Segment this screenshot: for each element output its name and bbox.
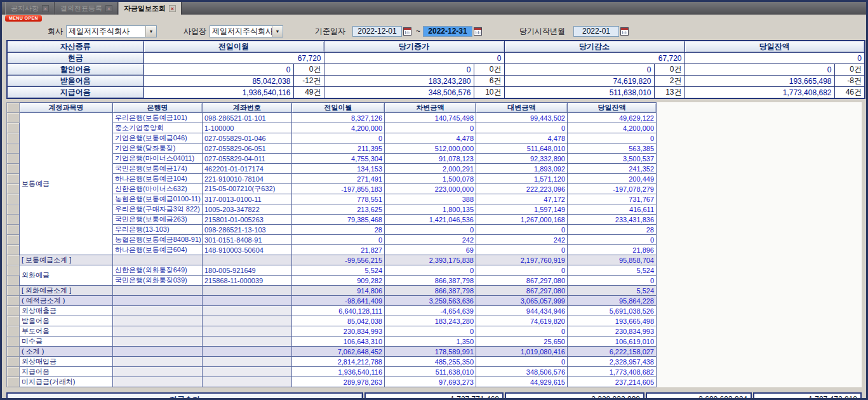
account-number-cell[interactable]: 027-055829-04-011	[203, 154, 292, 164]
prev-carryover-cell[interactable]: -98,641,409	[292, 296, 385, 306]
prev-carryover-cell[interactable]: 0	[292, 235, 385, 245]
row-indicator[interactable]	[7, 316, 20, 326]
prev-carryover-cell[interactable]: 5,524	[292, 265, 385, 276]
debit-cell[interactable]: 0	[385, 123, 476, 133]
balance-cell[interactable]: 5,524	[568, 265, 657, 276]
row-indicator[interactable]	[7, 286, 20, 296]
balance-cell[interactable]: 106,619,010	[568, 337, 657, 347]
debit-cell[interactable]: 4,478	[385, 133, 476, 143]
bank-name-cell[interactable]: 국민은행(외화통장039)	[113, 276, 203, 286]
balance-cell[interactable]: 5,691,038,526	[568, 306, 657, 316]
row-indicator[interactable]	[7, 143, 20, 154]
bank-name-cell[interactable]: 국민은행(보통예금263)	[113, 215, 203, 225]
debit-cell[interactable]: 2,000,291	[385, 164, 476, 174]
bank-name-cell[interactable]: 기업은행(당좌통장)	[113, 143, 203, 154]
account-number-cell[interactable]	[203, 377, 292, 387]
account-name-cell[interactable]: 미지급금(거래처)	[20, 377, 113, 387]
account-name-cell[interactable]: 지급어음	[20, 367, 113, 377]
credit-cell[interactable]: 242	[476, 235, 568, 245]
prev-carryover-cell[interactable]: 909,282	[292, 276, 385, 286]
account-number-cell[interactable]: 1-100000	[203, 123, 292, 133]
debit-cell[interactable]: 140,745,498	[385, 113, 476, 123]
debit-cell[interactable]: 97,693,273	[385, 377, 476, 387]
balance-cell[interactable]: 6,222,158,027	[568, 347, 657, 357]
credit-cell[interactable]: 2,197,760,919	[476, 255, 568, 265]
account-number-cell[interactable]: 148-910003-50604	[203, 245, 292, 255]
balance-cell[interactable]: 1,773,408,682	[568, 367, 657, 377]
bank-name-cell[interactable]: 농협은행(보통예금0100-11)	[113, 194, 203, 204]
account-name-cell[interactable]: 부도어음	[20, 326, 113, 337]
account-number-cell[interactable]	[203, 326, 292, 337]
account-name-cell[interactable]: [ 외화예금소계 ]	[20, 286, 113, 296]
balance-cell[interactable]: 4,200,000	[568, 123, 657, 133]
account-name-cell[interactable]: ( 소계 )	[20, 347, 113, 357]
credit-cell[interactable]: 74,619,820	[476, 316, 568, 326]
row-indicator[interactable]	[7, 245, 20, 255]
account-number-cell[interactable]: 1005-203-347822	[203, 204, 292, 215]
bank-name-cell[interactable]: 국민은행(보통예금174)	[113, 164, 203, 174]
prev-carryover-cell[interactable]: 106,643,310	[292, 337, 385, 347]
bank-name-cell[interactable]: 우리은행(구매자금3억 822)	[113, 204, 203, 215]
prev-carryover-cell[interactable]: -197,855,183	[292, 184, 385, 194]
debit-cell[interactable]: 866,387,798	[385, 276, 476, 286]
bank-name-cell[interactable]: 하나은행(보통예금104)	[113, 174, 203, 184]
prev-carryover-cell[interactable]: 230,834,993	[292, 326, 385, 337]
date-to-input[interactable]: 2022-12-31	[423, 26, 472, 37]
bank-name-cell[interactable]: 우리은행(보통예금101)	[113, 113, 203, 123]
row-indicator[interactable]	[7, 225, 20, 235]
credit-cell[interactable]: 222,223,096	[476, 184, 568, 194]
credit-cell[interactable]: 25,650	[476, 337, 568, 347]
balance-cell[interactable]: 563,385	[568, 143, 657, 154]
bank-name-cell[interactable]	[113, 337, 203, 347]
menu-open-button[interactable]: MENU OPEN	[5, 15, 42, 22]
bank-name-cell[interactable]	[113, 357, 203, 367]
account-number-cell[interactable]	[203, 255, 292, 265]
bank-name-cell[interactable]	[113, 316, 203, 326]
debit-cell[interactable]: 512,000,000	[385, 143, 476, 154]
company-select[interactable]: 제일저지주식회사 ▼	[66, 25, 157, 37]
balance-cell[interactable]: 200,449	[568, 174, 657, 184]
prev-carryover-cell[interactable]: 8,327,126	[292, 113, 385, 123]
debit-cell[interactable]: 1,500,078	[385, 174, 476, 184]
debit-cell[interactable]: 69	[385, 245, 476, 255]
row-indicator[interactable]	[7, 306, 20, 316]
tab-close-icon[interactable]: ×	[42, 5, 49, 12]
chevron-down-icon[interactable]: ▼	[272, 26, 283, 37]
prev-carryover-cell[interactable]: 1,936,540,116	[292, 367, 385, 377]
bank-name-cell[interactable]	[113, 367, 203, 377]
row-indicator[interactable]	[7, 326, 20, 337]
row-indicator[interactable]	[7, 204, 20, 215]
account-number-cell[interactable]: 221-910010-78104	[203, 174, 292, 184]
account-number-cell[interactable]	[203, 347, 292, 357]
prev-carryover-cell[interactable]: 778,551	[292, 194, 385, 204]
tab-voucher-entry[interactable]: 결의전표등록 ×	[55, 2, 118, 15]
account-name-cell[interactable]: ( 예적금소계 )	[20, 296, 113, 306]
bank-name-cell[interactable]	[113, 255, 203, 265]
balance-cell[interactable]: 2,328,957,438	[568, 357, 657, 367]
tab-notice[interactable]: 공지사항 ×	[5, 2, 55, 15]
balance-cell[interactable]: 0	[568, 235, 657, 245]
debit-cell[interactable]: 866,387,798	[385, 286, 476, 296]
account-number-cell[interactable]: 180-005-921649	[203, 265, 292, 276]
credit-cell[interactable]: 867,297,080	[476, 276, 568, 286]
balance-cell[interactable]: 416,611	[568, 204, 657, 215]
prev-carryover-cell[interactable]: 28	[292, 225, 385, 235]
date-from-input[interactable]: 2022-12-01	[352, 26, 402, 37]
tab-fund-daily-report[interactable]: 자금일보조회 ×	[118, 2, 182, 15]
debit-cell[interactable]: 91,078,123	[385, 154, 476, 164]
bank-name-cell[interactable]: 우리은행(13-103)	[113, 225, 203, 235]
account-name-cell[interactable]: 외상매입금	[20, 357, 113, 367]
balance-cell[interactable]: 241,352	[568, 164, 657, 174]
bank-name-cell[interactable]	[113, 306, 203, 316]
bank-name-cell[interactable]	[113, 296, 203, 306]
prev-carryover-cell[interactable]: 79,385,468	[292, 215, 385, 225]
account-number-cell[interactable]: 301-0151-8408-91	[203, 235, 292, 245]
credit-cell[interactable]: 1,893,092	[476, 164, 568, 174]
debit-cell[interactable]: 0	[385, 326, 476, 337]
credit-cell[interactable]: 44,929,615	[476, 377, 568, 387]
bank-name-cell[interactable]: 하나은행(보통예금604)	[113, 245, 203, 255]
prev-carryover-cell[interactable]: 271,491	[292, 174, 385, 184]
balance-cell[interactable]: 233,431,836	[568, 215, 657, 225]
calendar-icon[interactable]	[620, 27, 629, 36]
credit-cell[interactable]: 944,434,946	[476, 306, 568, 316]
